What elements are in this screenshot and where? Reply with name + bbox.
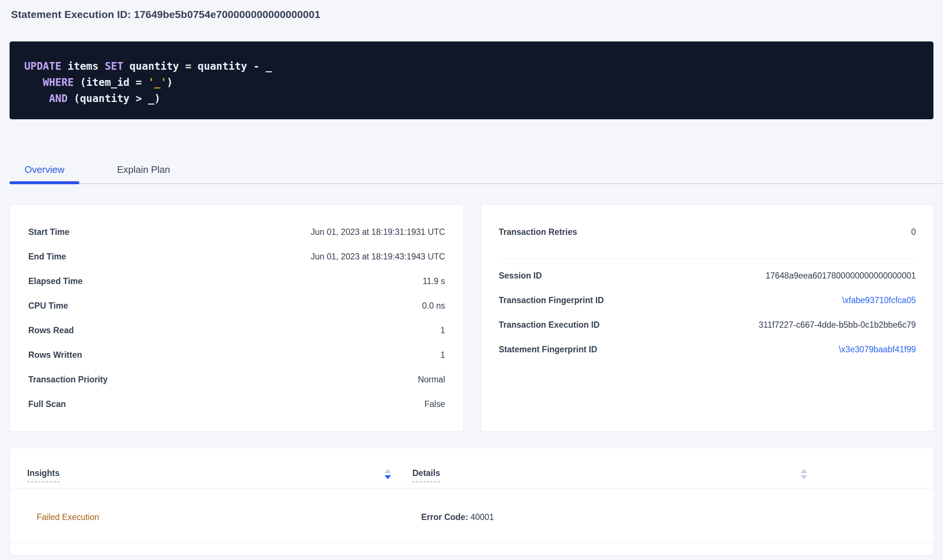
sql-string-literal: '_' — [148, 76, 167, 88]
sql-keyword: AND — [49, 92, 68, 105]
row-value: 0 — [911, 227, 916, 237]
sort-ascending-icon — [801, 469, 807, 473]
sql-text: ) — [167, 76, 173, 88]
table-row: Transaction Fingerprint ID \xfabe93710fc… — [499, 288, 916, 313]
table-header-divider — [9, 488, 934, 488]
card-divider — [499, 259, 916, 259]
sql-text: (quantity > _) — [68, 92, 160, 105]
row-value: Jun 01, 2023 at 18:19:31:1931 UTC — [311, 227, 445, 237]
table-row: Start Time Jun 01, 2023 at 18:19:31:1931… — [28, 220, 445, 245]
row-label: Transaction Retries — [499, 227, 577, 237]
sql-text: quantity = quantity - _ — [123, 60, 272, 72]
row-label: Elapsed Time — [28, 276, 83, 286]
table-row-divider — [9, 542, 934, 543]
tab-explain-plan[interactable]: Explain Plan — [100, 162, 188, 177]
insight-type-cell: Failed Execution — [37, 512, 99, 522]
tab-bar-divider — [9, 183, 943, 184]
transaction-execution-id-value: 311f7227-c667-4dde-b5bb-0c1b2bbe6c79 — [759, 320, 916, 330]
sort-ascending-icon — [384, 469, 391, 473]
column-header-insights[interactable]: Insights — [27, 468, 60, 482]
row-value: 0.0 ns — [422, 301, 445, 311]
table-row: Full Scan False — [28, 392, 445, 417]
error-code-value: 40001 — [468, 512, 494, 522]
table-row: Transaction Retries 0 — [499, 220, 916, 245]
table-row: Rows Written 1 — [28, 343, 445, 367]
transaction-fingerprint-link[interactable]: \xfabe93710fcfca05 — [842, 295, 916, 305]
sql-keyword: UPDATE — [24, 60, 61, 72]
sql-text: (item_id = — [74, 76, 148, 88]
tab-overview[interactable]: Overview — [9, 162, 79, 177]
table-row: Elapsed Time 11.9 s — [28, 269, 445, 294]
row-value: Normal — [418, 375, 445, 385]
row-value: 1 — [440, 326, 445, 335]
sql-keyword: WHERE — [43, 76, 74, 88]
tab-bar: Overview Explain Plan — [9, 162, 934, 185]
statement-fingerprint-link[interactable]: \x3e3079baabf41f99 — [839, 345, 916, 354]
insight-details-cell: Error Code: 40001 — [421, 512, 494, 522]
row-label: Start Time — [28, 227, 69, 237]
sort-descending-icon — [801, 475, 807, 479]
sql-indent — [24, 76, 43, 88]
sql-indent — [24, 92, 49, 105]
table-row: Rows Read 1 — [28, 318, 445, 343]
row-value: 1 — [440, 350, 445, 360]
sql-text: items — [61, 60, 105, 72]
page-title: Statement Execution ID: 17649be5b0754e70… — [11, 9, 320, 20]
sort-descending-icon — [384, 475, 391, 479]
transaction-details-card: Transaction Retries 0 Session ID 17648a9… — [481, 205, 934, 432]
table-row: Transaction Execution ID 311f7227-c667-4… — [499, 313, 916, 337]
row-label: CPU Time — [28, 301, 68, 311]
sort-button-insights[interactable] — [384, 467, 391, 482]
row-label: Statement Fingerprint ID — [499, 345, 597, 354]
table-row: Statement Fingerprint ID \x3e3079baabf41… — [499, 337, 916, 362]
table-row: Session ID 17648a9eea6017800000000000000… — [499, 263, 916, 288]
table-row: Transaction Priority Normal — [28, 367, 445, 392]
column-header-details[interactable]: Details — [412, 468, 440, 482]
row-value: False — [424, 399, 445, 409]
row-label: Rows Written — [28, 350, 82, 360]
overview-details-card: Start Time Jun 01, 2023 at 18:19:31:1931… — [9, 205, 464, 432]
active-tab-underline — [9, 181, 79, 184]
row-value: Jun 01, 2023 at 18:19:43:1943 UTC — [311, 252, 445, 262]
table-row: End Time Jun 01, 2023 at 18:19:43:1943 U… — [28, 245, 445, 269]
row-label: Full Scan — [28, 399, 66, 409]
sql-statement-text: UPDATE items SET quantity = quantity - _… — [24, 58, 272, 107]
row-label: Transaction Priority — [28, 375, 108, 385]
sql-statement-box: UPDATE items SET quantity = quantity - _… — [9, 42, 934, 119]
sort-button-details[interactable] — [800, 467, 807, 482]
error-code-label: Error Code: — [421, 512, 468, 522]
row-label: Rows Read — [28, 326, 74, 335]
row-label: Session ID — [499, 271, 542, 281]
session-id-value: 17648a9eea6017800000000000000001 — [766, 271, 916, 281]
row-label: Transaction Execution ID — [499, 320, 599, 330]
row-value: 11.9 s — [423, 276, 445, 286]
row-label: Transaction Fingerprint ID — [499, 295, 604, 305]
insights-table-card — [9, 448, 934, 555]
row-label: End Time — [28, 252, 66, 262]
sql-keyword: SET — [105, 60, 123, 72]
table-row: CPU Time 0.0 ns — [28, 294, 445, 318]
